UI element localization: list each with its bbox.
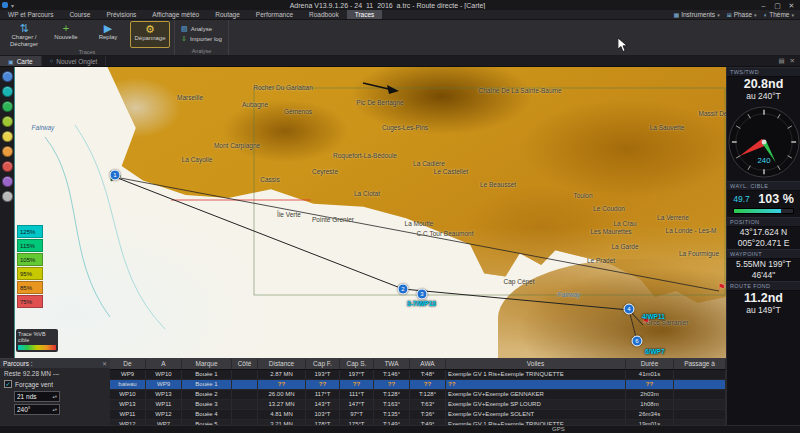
menu-tab-wp-et-parcours[interactable]: WP et Parcours <box>0 10 61 19</box>
ribbon-button-label: Replay <box>99 34 118 41</box>
waypoint-marker-3[interactable]: 3 <box>417 289 428 300</box>
column-header-cap-f[interactable]: Cap F. <box>306 359 340 369</box>
table-cell: WP10 <box>146 370 182 379</box>
tab-carte[interactable]: ▣ Carte <box>0 56 42 66</box>
table-cell: Exemple GV+Exemple GENNAKER <box>446 390 626 399</box>
minimize-button[interactable]: – <box>757 1 770 10</box>
tws-twd-label: TWS/TWD <box>730 69 759 75</box>
route-fond-label: ROUTE FOND <box>730 283 770 289</box>
column-header-c-t[interactable]: Côté <box>232 359 258 369</box>
map-label-cassis: Cassis <box>260 176 280 183</box>
ribbon-button-replay[interactable]: ▶Replay <box>88 21 128 48</box>
table-row[interactable]: bateauWP9Bouée 1?????????????? <box>110 380 726 390</box>
table-row[interactable]: WP9WP10Bouée 12.87 MN193°T197°TT:146°T:4… <box>110 370 726 380</box>
table-cell: T:63° <box>410 400 446 409</box>
ribbon-button-nouvelle[interactable]: +Nouvelle <box>46 21 86 48</box>
table-row[interactable]: WP13WP11Bouée 313.27 MN143°T147°TT:163°T… <box>110 400 726 410</box>
menu-tab-pr-visions[interactable]: Prévisions <box>98 10 144 19</box>
target-percent: 103 % <box>758 192 793 206</box>
nautical-chart[interactable]: MarseilleRocher Du GarlabanAubagneGémeno… <box>14 67 726 358</box>
side-tool-8[interactable] <box>2 176 13 187</box>
instruments-icon: ▦ <box>673 11 679 18</box>
ribbon-button-d-pannage[interactable]: ⚙Dépannage <box>130 21 170 48</box>
column-header-de[interactable]: De <box>110 359 146 369</box>
menu-tab-roadbook[interactable]: Roadbook <box>301 10 347 19</box>
map-label-cap-c-pet: Cap Cépet <box>503 278 534 285</box>
maximize-button[interactable]: ▢ <box>771 1 784 10</box>
side-tool-9[interactable] <box>2 191 13 202</box>
menubar-th-me-button[interactable]: ◐Thème▾ <box>764 11 794 18</box>
table-cell: ?? <box>410 380 446 389</box>
waypoint-marker-6[interactable]: 6 <box>632 336 643 347</box>
wind-speed-input[interactable]: 21 nds ▴▾ <box>14 391 60 402</box>
gps-status: GPS <box>552 426 565 433</box>
close-button[interactable]: ✕ <box>785 1 798 10</box>
tab-nouvel-onglet[interactable]: ○ Nouvel Onglet <box>42 56 107 66</box>
split-view-icon[interactable]: ▤ <box>778 57 784 65</box>
spinner-icon[interactable]: ▴▾ <box>52 394 57 399</box>
app-icon <box>2 2 8 8</box>
route-leg <box>403 289 629 310</box>
close-tab-icon[interactable]: ✕ <box>790 57 795 65</box>
column-header-awa[interactable]: AWA <box>410 359 446 369</box>
side-tool-6[interactable] <box>2 146 13 157</box>
ribbon-group-label: Analyse <box>179 47 224 55</box>
close-parcours-icon[interactable]: ✕ <box>102 360 107 367</box>
ribbon-group-label: Traces <box>4 48 170 56</box>
menu-tab-course[interactable]: Course <box>61 10 98 19</box>
forcage-vent-checkbox[interactable]: ✓ Forçage vent <box>0 379 110 389</box>
table-cell: 26m34s <box>626 410 674 419</box>
quick-access-caret-icon[interactable]: ▾ <box>11 2 14 9</box>
table-cell: 97°T <box>340 410 374 419</box>
wind-direction-value: 240° <box>17 406 30 413</box>
ribbon-button-charger[interactable]: ⇅Charger /Décharger <box>4 21 44 48</box>
menu-tab-affichage-m-t-o[interactable]: Affichage météo <box>144 10 207 19</box>
table-cell: T:36° <box>410 410 446 419</box>
column-header-twa[interactable]: TWA <box>374 359 410 369</box>
table-cell: Exemple GV+Exemple SP LOURD <box>446 400 626 409</box>
menubar-phase-button[interactable]: ⊞Phase▾ <box>727 11 757 18</box>
table-cell <box>674 370 726 379</box>
legend-item: 105% <box>17 253 43 266</box>
table-cell: 13.27 MN <box>258 400 306 409</box>
spinner-icon[interactable]: ▴▾ <box>52 407 57 412</box>
side-tool-1[interactable] <box>2 71 13 82</box>
wind-direction-input[interactable]: 240° ▴▾ <box>14 404 60 415</box>
ribbon-button-label: Analyse <box>191 26 212 33</box>
position-lat: 43°17.624 N <box>727 227 800 238</box>
column-header-voiles[interactable]: Voiles <box>446 359 626 369</box>
table-cell <box>232 390 258 399</box>
table-row[interactable]: WP10WP13Bouée 226.00 MN117°T111°TT:128°T… <box>110 390 726 400</box>
menu-tab-traces[interactable]: Traces <box>347 10 383 19</box>
waypoint-eta: 46'44" <box>727 270 800 281</box>
column-header-marque[interactable]: Marque <box>182 359 232 369</box>
tab-carte-label: Carte <box>17 58 33 65</box>
ribbon-button-importer-log[interactable]: ⇩Importer log <box>179 35 224 43</box>
map-label-pic-de-bertagne: Pic De Bertagne <box>356 99 403 106</box>
side-tool-3[interactable] <box>2 101 13 112</box>
column-header-distance[interactable]: Distance <box>258 359 306 369</box>
menu-tab-routage[interactable]: Routage <box>207 10 248 19</box>
legend-item: 115% <box>17 239 43 252</box>
map-label-fairway: Fairway <box>32 124 55 131</box>
side-tool-2[interactable] <box>2 86 13 97</box>
waypoint-marker-4[interactable]: 4 <box>624 304 635 315</box>
waypoint-label-6-wp7: 6/WP7 <box>645 348 665 355</box>
menu-tab-performance[interactable]: Performance <box>248 10 301 19</box>
menubar-instruments-button[interactable]: ▦Instruments▾ <box>673 11 719 18</box>
side-tool-7[interactable] <box>2 161 13 172</box>
side-tool-4[interactable] <box>2 116 13 127</box>
trace-legend-colorbar <box>18 345 56 350</box>
map-label-cha-ne-de-la-sainte-baume: Chaîne De La Sainte-Baume <box>478 87 561 94</box>
column-header-a[interactable]: A <box>146 359 182 369</box>
waypoint-marker-2[interactable]: 2 <box>398 284 409 295</box>
waypoint-label-3-7-wp13: 3-7/WP13 <box>407 300 436 307</box>
table-row[interactable]: WP11WP12Bouée 44.81 MN103°T97°TT:135°T:3… <box>110 410 726 420</box>
side-tool-5[interactable] <box>2 131 13 142</box>
ribbon-button-analyse[interactable]: ▧Analyse <box>179 25 224 33</box>
column-header-dur-e[interactable]: Durée <box>626 359 674 369</box>
column-header-passage[interactable]: Passage à <box>674 359 726 369</box>
left-toolbar <box>0 67 14 358</box>
waypoint-marker-1[interactable]: 1 <box>110 170 121 181</box>
column-header-cap-s[interactable]: Cap S. <box>340 359 374 369</box>
